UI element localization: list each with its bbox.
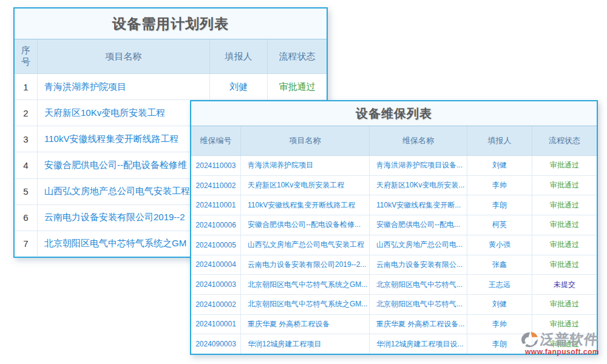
- plan-table-title: 设备需用计划列表: [15, 8, 327, 39]
- maintenance-name-link[interactable]: 北京朝阳区电气中芯特气...: [370, 275, 467, 294]
- table-row: 2024100002 北京朝阳区电气中芯特气系统之GM... 北京朝阳区电气中芯…: [191, 294, 597, 314]
- filler-name: 刘健: [467, 156, 532, 175]
- status-badge: 未提交: [532, 275, 597, 294]
- status-badge: 审批通过: [532, 235, 597, 255]
- project-name-link[interactable]: 山西弘文房地产总公司电气安装工程: [38, 179, 210, 204]
- maintenance-name-link[interactable]: 110kV安徽线程集变开断...: [370, 195, 467, 215]
- maintenance-id-link[interactable]: 2024110003: [191, 156, 241, 175]
- maintenance-id-link[interactable]: 2024100004: [191, 255, 241, 275]
- project-name-link[interactable]: 青海洪湖养护院项目: [241, 156, 370, 175]
- maintenance-name-link[interactable]: 青海洪湖养护院项目设备...: [370, 156, 467, 175]
- maintenance-id-link[interactable]: 2024090003: [191, 334, 241, 354]
- maint-header-project: 项目名称: [241, 126, 370, 155]
- status-badge: 审批通过: [532, 195, 597, 215]
- equipment-maintenance-table: 设备维保列表 维保编号 项目名称 维保名称 填报人 流程状态 202411000…: [190, 100, 598, 355]
- brand-url: www.fanpusoft.com: [520, 348, 605, 356]
- maintenance-name-link[interactable]: 天府新区10Kv变电所安装...: [370, 176, 467, 195]
- maintenance-table-header-row: 维保编号 项目名称 维保名称 填报人 流程状态: [191, 126, 597, 156]
- project-name-link[interactable]: 天府新区10Kv变电所安装工程: [38, 100, 210, 126]
- project-name-link[interactable]: 安徽合肥供电公司--配电设备检修...: [241, 215, 370, 235]
- row-no: 6: [15, 205, 38, 231]
- maintenance-id-link[interactable]: 2024100002: [191, 295, 241, 314]
- maintenance-id-link[interactable]: 2024100003: [191, 275, 241, 294]
- table-row: 1 青海洪湖养护院项目 刘健 审批通过: [15, 74, 327, 99]
- table-row: 2024100006 安徽合肥供电公司--配电设备检修... 安徽合肥供电公司-…: [191, 215, 597, 235]
- status-badge: 审批通过: [532, 215, 597, 235]
- project-name-link[interactable]: 山西弘文房地产总公司电气安装工程: [241, 235, 370, 255]
- project-name-link[interactable]: 云南电力设备安装有限公司2019--2...: [241, 255, 370, 275]
- project-name-link[interactable]: 重庆华夏 外高桥工程设备: [241, 315, 370, 334]
- maintenance-id-link[interactable]: 2024100001: [191, 315, 241, 334]
- row-no: 5: [15, 179, 38, 204]
- maint-header-filler: 填报人: [467, 126, 532, 155]
- plan-table-header-row: 序 号 项目名称 填报人 流程状态: [15, 39, 327, 74]
- filler-name: 张鑫: [467, 255, 532, 275]
- project-name-link[interactable]: 天府新区10Kv变电所安装工程: [241, 176, 370, 195]
- project-name-link[interactable]: 安徽合肥供电公司--配电设备检修维: [38, 152, 210, 178]
- filler-name: 刘健: [210, 74, 268, 99]
- row-no: 2: [15, 100, 38, 126]
- maintenance-id-link[interactable]: 2024110002: [191, 176, 241, 195]
- project-name-link[interactable]: 110kV安徽线程集变开断线路工程: [241, 195, 370, 215]
- maint-header-name: 维保名称: [370, 126, 467, 155]
- row-no: 1: [15, 74, 38, 99]
- status-badge: 审批通过: [532, 295, 597, 314]
- maintenance-id-link[interactable]: 2024110001: [191, 195, 241, 215]
- maintenance-id-link[interactable]: 2024100006: [191, 215, 241, 235]
- maintenance-name-link[interactable]: 华润12城房建工程项目设...: [370, 334, 467, 354]
- maint-header-status: 流程状态: [532, 126, 597, 155]
- plan-header-filler: 填报人: [210, 39, 268, 73]
- row-no: 4: [15, 152, 38, 178]
- table-row: 2024110003 青海洪湖养护院项目 青海洪湖养护院项目设备... 刘健 审…: [191, 156, 597, 175]
- brand-name: 泛普软件: [539, 330, 599, 349]
- status-badge: 审批通过: [532, 176, 597, 195]
- table-row: 2024110002 天府新区10Kv变电所安装工程 天府新区10Kv变电所安装…: [191, 175, 597, 195]
- table-row: 2024100005 山西弘文房地产总公司电气安装工程 山西弘文房地产总公司电.…: [191, 235, 597, 255]
- maintenance-name-link[interactable]: 北京朝阳区电气中芯特气...: [370, 295, 467, 314]
- filler-name: 王志远: [467, 275, 532, 294]
- status-badge: 审批通过: [268, 74, 327, 99]
- row-no: 3: [15, 126, 38, 152]
- project-name-link[interactable]: 华润12城房建工程项目: [241, 334, 370, 354]
- table-row: 2024100004 云南电力设备安装有限公司2019--2... 云南电力设备…: [191, 255, 597, 275]
- plan-header-status: 流程状态: [268, 39, 327, 73]
- filler-name: 李帅: [467, 176, 532, 195]
- project-name-link[interactable]: 北京朝阳区电气中芯特气系统之GM...: [241, 295, 370, 314]
- maintenance-table-body: 2024110003 青海洪湖养护院项目 青海洪湖养护院项目设备... 刘健 审…: [191, 156, 597, 354]
- project-name-link[interactable]: 北京朝阳区电气中芯特气系统之GM: [38, 231, 210, 257]
- maintenance-id-link[interactable]: 2024100005: [191, 235, 241, 255]
- plan-header-project: 项目名称: [38, 39, 210, 73]
- row-no: 7: [15, 231, 38, 257]
- maintenance-name-link[interactable]: 重庆华夏 外高桥工程设备...: [370, 315, 467, 334]
- project-name-link[interactable]: 青海洪湖养护院项目: [38, 74, 210, 99]
- table-row: 2024100003 北京朝阳区电气中芯特气系统之GM... 北京朝阳区电气中芯…: [191, 274, 597, 294]
- project-name-link[interactable]: 110kV安徽线程集变开断线路工程: [38, 126, 210, 152]
- filler-name: 柯英: [467, 215, 532, 235]
- maintenance-table-title: 设备维保列表: [191, 101, 597, 126]
- maintenance-name-link[interactable]: 山西弘文房地产总公司电...: [370, 235, 467, 255]
- maint-header-id: 维保编号: [191, 126, 241, 155]
- fanpu-logo-icon: [520, 329, 540, 349]
- fanpu-watermark: 泛普软件 www.fanpusoft.com: [520, 329, 605, 356]
- status-badge: 审批通过: [532, 156, 597, 175]
- project-name-link[interactable]: 云南电力设备安装有限公司2019--2: [38, 205, 210, 231]
- status-badge: 审批通过: [532, 255, 597, 275]
- filler-name: 黄小强: [467, 235, 532, 255]
- maintenance-name-link[interactable]: 云南电力设备安装有限公...: [370, 255, 467, 275]
- plan-header-no: 序 号: [15, 39, 38, 73]
- maintenance-name-link[interactable]: 安徽合肥供电公司--配电...: [370, 215, 467, 235]
- filler-name: 刘健: [467, 295, 532, 314]
- project-name-link[interactable]: 北京朝阳区电气中芯特气系统之GM...: [241, 275, 370, 294]
- table-row: 2024110001 110kV安徽线程集变开断线路工程 110kV安徽线程集变…: [191, 195, 597, 215]
- filler-name: 李朗: [467, 195, 532, 215]
